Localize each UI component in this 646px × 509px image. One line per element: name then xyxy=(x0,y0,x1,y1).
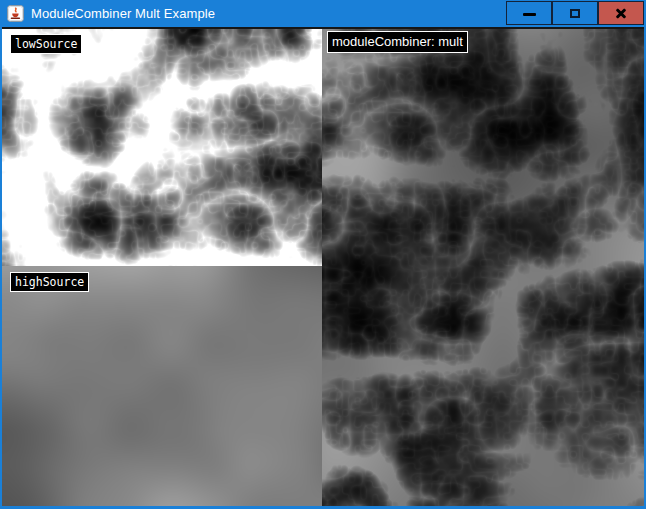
panel-modulecombiner-mult: moduleCombiner: mult xyxy=(322,29,644,506)
close-icon xyxy=(614,6,628,20)
lowsource-noise-image xyxy=(2,29,322,266)
window-controls xyxy=(506,1,644,25)
close-button[interactable] xyxy=(598,1,644,25)
app-window: ModuleCombiner Mult Example lowSource hi… xyxy=(0,0,646,509)
minimize-icon xyxy=(523,13,536,16)
maximize-button[interactable] xyxy=(552,1,598,25)
panel-highsource: highSource xyxy=(2,266,322,506)
java-coffee-cup-icon[interactable] xyxy=(7,5,24,22)
minimize-button[interactable] xyxy=(506,1,552,25)
highsource-label: highSource xyxy=(10,272,89,292)
highsource-noise-image xyxy=(2,266,322,506)
lowsource-label: lowSource xyxy=(10,34,82,54)
panel-lowsource: lowSource xyxy=(2,29,322,266)
content-area: lowSource highSource moduleCombiner: mul… xyxy=(2,29,644,506)
titlebar[interactable]: ModuleCombiner Mult Example xyxy=(0,0,646,27)
window-title: ModuleCombiner Mult Example xyxy=(31,6,215,21)
modulecombiner-label: moduleCombiner: mult xyxy=(327,31,468,53)
left-column: lowSource highSource xyxy=(2,29,322,506)
modulecombiner-mult-noise-image xyxy=(322,29,644,506)
maximize-icon xyxy=(570,9,580,18)
